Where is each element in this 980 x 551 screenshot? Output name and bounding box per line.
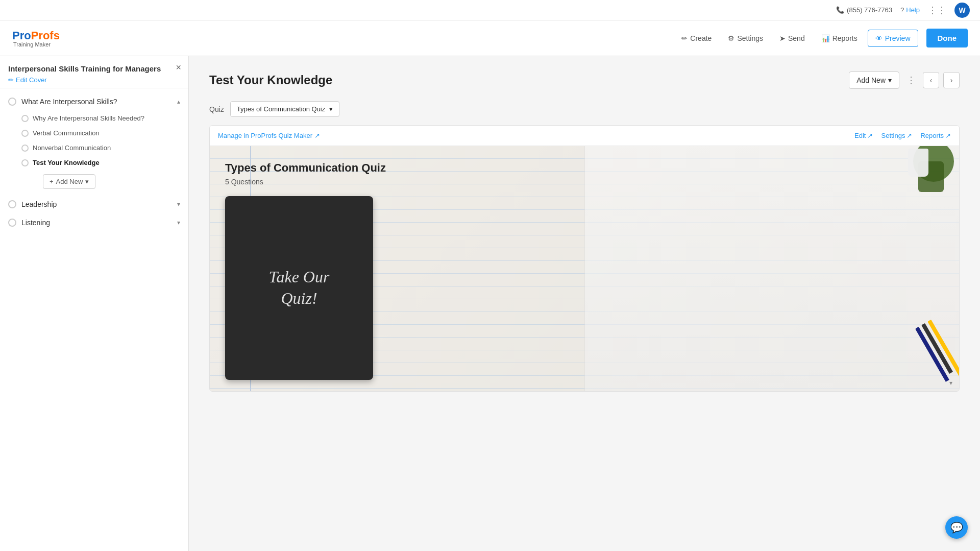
send-icon: ➤ xyxy=(779,34,786,42)
create-button[interactable]: ✏ Create xyxy=(675,30,718,46)
reports-button[interactable]: 📊 Reports xyxy=(815,30,864,46)
manage-link[interactable]: Manage in ProProfs Quiz Maker ↗ xyxy=(218,132,320,139)
add-new-sub-button[interactable]: + Add New ▾ xyxy=(43,174,95,189)
quiz-preview-questions: 5 Questions xyxy=(225,178,944,186)
logo-subtitle: Training Maker xyxy=(13,41,60,47)
quiz-label: Quiz xyxy=(209,105,224,113)
pencil-icon: ✏ xyxy=(8,76,14,84)
top-bar: 📞 (855) 776-7763 ? Help ⋮⋮ W xyxy=(0,0,980,20)
reports-icon: 📊 xyxy=(821,34,830,42)
preview-icon: 👁 xyxy=(875,34,883,42)
chat-button[interactable]: 💬 xyxy=(945,516,968,539)
chapter-item-3: Listening ▾ xyxy=(0,213,188,232)
quiz-preview-title: Types of Communication Quiz xyxy=(225,161,944,175)
chapter-radio-1 xyxy=(8,98,16,106)
done-button[interactable]: Done xyxy=(926,29,968,47)
sub-item-1-2[interactable]: Verbal Communication xyxy=(21,126,188,140)
dropdown-icon-main: ▾ xyxy=(888,76,892,84)
white-cup xyxy=(908,149,928,177)
logo-pro-orange: Profs xyxy=(31,29,60,42)
avatar[interactable]: W xyxy=(954,3,970,18)
sub-label-1-2: Verbal Communication xyxy=(33,129,100,137)
logo-pro-blue: Pro xyxy=(12,29,31,42)
external-icon-reports: ↗ xyxy=(945,132,951,139)
grid-icon[interactable]: ⋮⋮ xyxy=(928,5,946,16)
chapter-label-1: What Are Interpersonal Skills? xyxy=(21,98,117,106)
logo: ProProfs Training Maker xyxy=(12,29,60,47)
sub-radio-1-3 xyxy=(21,145,29,152)
blackboard-text: Take Our Quiz! xyxy=(269,267,330,309)
help-icon: ? xyxy=(900,6,904,14)
sub-item-1-4[interactable]: Test Your Knowledge xyxy=(21,155,188,170)
sidebar-title: Interpersonal Skills Training for Manage… xyxy=(8,64,180,73)
sidebar-content: What Are Interpersonal Skills? ▴ Why Are… xyxy=(0,88,188,551)
dropdown-icon-quiz: ▾ xyxy=(329,105,333,113)
quiz-card: Manage in ProProfs Quiz Maker ↗ Edit ↗ S… xyxy=(209,125,960,392)
quiz-settings-link[interactable]: Settings ↗ xyxy=(881,132,912,139)
prev-arrow-button[interactable]: ‹ xyxy=(923,72,939,88)
external-icon-edit: ↗ xyxy=(867,132,873,139)
sidebar-header: Interpersonal Skills Training for Manage… xyxy=(0,56,188,88)
dropdown-icon: ▾ xyxy=(85,178,89,185)
chapter-radio-3 xyxy=(8,219,16,227)
chapter-label-2: Leadership xyxy=(21,200,57,208)
nav-actions: ✏ Create ⚙ Settings ➤ Send 📊 Reports 👁 P… xyxy=(675,29,968,47)
send-button[interactable]: ➤ Send xyxy=(773,30,811,46)
sidebar-close-button[interactable]: × xyxy=(176,62,181,73)
header-nav: ProProfs Training Maker ✏ Create ⚙ Setti… xyxy=(0,20,980,56)
chapter-header-1[interactable]: What Are Interpersonal Skills? ▴ xyxy=(0,92,188,111)
page-title: Test Your Knowledge xyxy=(209,73,332,87)
sub-item-1-3[interactable]: Nonverbal Communication xyxy=(21,140,188,155)
sub-radio-1-2 xyxy=(21,130,29,137)
external-icon-settings: ↗ xyxy=(906,132,912,139)
cactus-area xyxy=(888,146,959,202)
external-link-icon: ↗ xyxy=(314,132,320,139)
create-icon: ✏ xyxy=(681,34,688,42)
chevron-down-icon-2: ▾ xyxy=(177,201,180,208)
chapter-radio-2 xyxy=(8,200,16,208)
chapter-header-3[interactable]: Listening ▾ xyxy=(0,213,188,232)
help-link[interactable]: ? Help xyxy=(900,6,920,14)
sub-item-1-1[interactable]: Why Are Interpersonal Skills Needed? xyxy=(21,111,188,126)
chapter-item-2: Leadership ▾ xyxy=(0,195,188,213)
main-layout: Interpersonal Skills Training for Manage… xyxy=(0,56,980,551)
quiz-header-actions: Edit ↗ Settings ↗ Reports ↗ xyxy=(854,132,951,139)
chapter-item-1: What Are Interpersonal Skills? ▴ Why Are… xyxy=(0,92,188,195)
sub-radio-1-1 xyxy=(21,115,29,122)
chat-icon: 💬 xyxy=(950,521,963,534)
quiz-select[interactable]: Types of Communication Quiz ▾ xyxy=(230,101,339,117)
quiz-card-header: Manage in ProProfs Quiz Maker ↗ Edit ↗ S… xyxy=(210,126,959,146)
sub-label-1-3: Nonverbal Communication xyxy=(33,144,111,152)
phone-number: 📞 (855) 776-7763 xyxy=(836,6,892,14)
sidebar: Interpersonal Skills Training for Manage… xyxy=(0,56,189,551)
settings-button[interactable]: ⚙ Settings xyxy=(722,30,769,46)
sub-label-1-1: Why Are Interpersonal Skills Needed? xyxy=(33,114,144,122)
plus-icon: + xyxy=(50,178,54,185)
phone-icon: 📞 xyxy=(836,6,844,14)
sub-radio-1-4 xyxy=(21,159,29,166)
settings-icon: ⚙ xyxy=(728,34,734,42)
chevron-down-icon-3: ▾ xyxy=(177,219,180,226)
sub-label-1-4: Test Your Knowledge xyxy=(33,159,100,166)
chapter-header-2[interactable]: Leadership ▾ xyxy=(0,195,188,213)
quiz-edit-link[interactable]: Edit ↗ xyxy=(854,132,873,139)
chevron-left-icon: ‹ xyxy=(930,76,933,84)
content-actions: Add New ▾ ⋮ ‹ › xyxy=(849,71,960,89)
chevron-right-icon: › xyxy=(950,76,953,84)
blackboard: Take Our Quiz! xyxy=(225,196,373,380)
scroll-indicator[interactable]: ▾ xyxy=(947,379,955,387)
preview-button[interactable]: 👁 Preview xyxy=(868,30,918,47)
chapter-label-3: Listening xyxy=(21,219,50,227)
sub-items-1: Why Are Interpersonal Skills Needed? Ver… xyxy=(0,111,188,195)
next-arrow-button[interactable]: › xyxy=(943,72,960,88)
edit-cover-link[interactable]: ✏ Edit Cover xyxy=(8,76,180,84)
more-options-button[interactable]: ⋮ xyxy=(903,71,919,89)
chevron-up-icon-1: ▴ xyxy=(177,98,180,105)
quiz-preview-content: Types of Communication Quiz 5 Questions … xyxy=(210,146,959,390)
content-header: Test Your Knowledge Add New ▾ ⋮ ‹ › xyxy=(209,71,960,89)
add-new-main-button[interactable]: Add New ▾ xyxy=(849,71,899,89)
quiz-reports-link[interactable]: Reports ↗ xyxy=(920,132,951,139)
quiz-row: Quiz Types of Communication Quiz ▾ xyxy=(209,101,960,117)
quiz-preview: Types of Communication Quiz 5 Questions … xyxy=(210,146,959,391)
content-area: Test Your Knowledge Add New ▾ ⋮ ‹ › Quiz… xyxy=(189,56,980,551)
